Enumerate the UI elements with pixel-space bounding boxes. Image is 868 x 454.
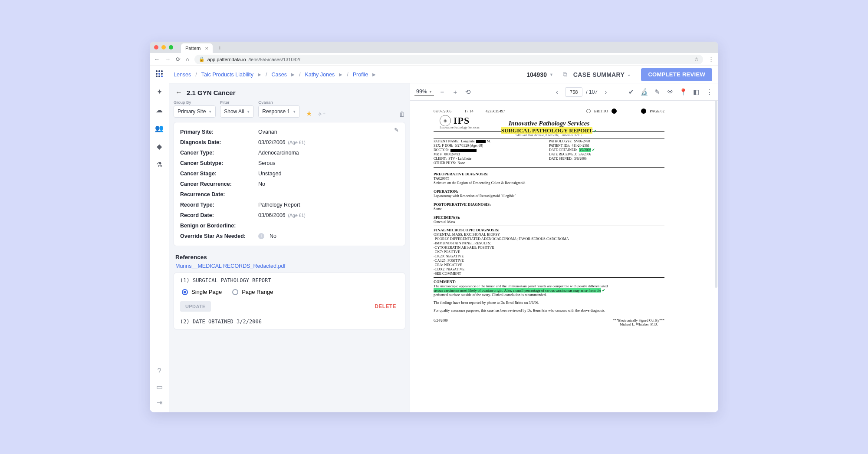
field-value: Pathology Report bbox=[258, 202, 300, 208]
main-area: Lenses / Talc Products Liability ▶ / Cas… bbox=[169, 66, 718, 412]
field-value: 03/02/2006(Age 61) bbox=[258, 139, 306, 145]
response-label: Ovarian bbox=[258, 100, 300, 105]
complete-review-button[interactable]: COMPLETE REVIEW bbox=[641, 68, 712, 81]
field-label: Primary Site: bbox=[180, 129, 258, 135]
app-body: ✦ ☁ 👥 ◆ ⚗ ? ▭ ⇥ Lenses / Talc Products L… bbox=[150, 66, 718, 412]
close-window-icon[interactable] bbox=[154, 45, 158, 49]
zoom-out-icon[interactable]: − bbox=[437, 88, 447, 95]
back-icon[interactable]: ← bbox=[154, 56, 160, 63]
reference-file-link[interactable]: Munns__MEDICAL RECORDS_Redacted.pdf bbox=[169, 263, 410, 273]
app-logo[interactable] bbox=[156, 70, 163, 77]
crumb-profile[interactable]: Profile bbox=[353, 72, 368, 78]
chevron-down-icon: ▼ bbox=[549, 72, 553, 77]
help-icon[interactable]: ? bbox=[155, 367, 163, 375]
lock-icon: 🔒 bbox=[199, 56, 205, 62]
breadcrumb: Lenses / Talc Products Liability ▶ / Cas… bbox=[174, 72, 376, 78]
home-icon[interactable]: ⌂ bbox=[186, 56, 189, 63]
case-summary-dropdown[interactable]: CASE SUMMARY ⌄ bbox=[573, 71, 631, 78]
star-icon[interactable]: ★ bbox=[306, 109, 312, 118]
microscope-icon[interactable]: 🔬 bbox=[639, 88, 649, 96]
url-field[interactable]: 🔒 app.patterndata.io/lens/555/cases/1310… bbox=[194, 55, 703, 64]
case-summary-label: CASE SUMMARY bbox=[573, 71, 625, 78]
star-bookmark-icon[interactable]: ☆ bbox=[694, 56, 699, 62]
field-label: Cancer Stage: bbox=[180, 171, 258, 177]
document-toolbar: 99% ▼ − + ⟲ ‹ 758 / 107 › ✔ 🔬 ✎ 👁 bbox=[410, 83, 718, 101]
back-arrow-icon[interactable]: ← bbox=[175, 89, 182, 96]
compass-icon[interactable]: ✦ bbox=[155, 88, 163, 95]
filter-dropdown[interactable]: Show All▼ bbox=[220, 105, 254, 118]
field-value: No bbox=[258, 181, 265, 187]
reference-item: (2) DATE OBTAINED 3/2/2006 bbox=[180, 319, 399, 325]
info-icon[interactable]: i bbox=[258, 233, 264, 239]
references-heading: References bbox=[169, 246, 410, 263]
scrollbar[interactable] bbox=[715, 101, 717, 288]
users-icon[interactable]: 👥 bbox=[155, 124, 163, 132]
zoom-in-icon[interactable]: + bbox=[450, 88, 460, 95]
details-card: ✎ Primary Site:Ovarian Diagnosis Date:03… bbox=[174, 122, 405, 246]
chevron-right-icon[interactable]: ▶ bbox=[339, 72, 342, 77]
next-page-icon[interactable]: › bbox=[601, 88, 611, 95]
split-pane: ← 2.1 GYN Cancer Group By Primary Site▼ … bbox=[169, 83, 718, 412]
reference-card: (1) SURGICAL PATHOLOGY REPORT Single Pag… bbox=[174, 273, 405, 329]
crumb-lens[interactable]: Talc Products Liability bbox=[201, 72, 253, 78]
field-label: Diagnosis Date: bbox=[180, 139, 258, 145]
nav-rail: ✦ ☁ 👥 ◆ ⚗ ? ▭ ⇥ bbox=[150, 66, 169, 412]
edit-icon[interactable]: ✎ bbox=[394, 127, 399, 133]
flask-icon[interactable]: ⚗ bbox=[155, 161, 163, 168]
url-host: app.patterndata.io bbox=[207, 57, 246, 62]
panel-icon[interactable]: ◧ bbox=[691, 88, 701, 96]
zoom-dropdown[interactable]: 99% ▼ bbox=[414, 88, 434, 96]
cloud-upload-icon[interactable]: ☁ bbox=[155, 106, 163, 114]
chevron-right-icon[interactable]: ▶ bbox=[258, 72, 261, 77]
pencil-icon[interactable]: ✎ bbox=[652, 88, 662, 96]
forward-icon[interactable]: → bbox=[165, 56, 171, 63]
prev-page-icon[interactable]: ‹ bbox=[552, 88, 562, 95]
field-value: 03/06/2006(Age 61) bbox=[258, 212, 306, 218]
sparkle-icon[interactable]: ✧⁺ bbox=[317, 111, 326, 118]
reload-icon[interactable]: ⟳ bbox=[176, 56, 181, 63]
field-value: iNo bbox=[258, 233, 276, 239]
crumb-person[interactable]: Kathy Jones bbox=[305, 72, 335, 78]
url-path: /lens/555/cases/131042/ bbox=[249, 57, 300, 62]
radio-single-page[interactable]: Single Page bbox=[182, 289, 222, 295]
field-value: Unstaged bbox=[258, 171, 282, 177]
group-by-dropdown[interactable]: Primary Site▼ bbox=[174, 105, 216, 118]
page-mode-radios: Single Page Page Range bbox=[180, 283, 399, 300]
minimize-window-icon[interactable] bbox=[161, 45, 166, 49]
radio-page-range[interactable]: Page Range bbox=[232, 289, 273, 295]
trash-icon[interactable]: 🗑 bbox=[399, 110, 405, 118]
left-panel: ← 2.1 GYN Cancer Group By Primary Site▼ … bbox=[169, 83, 410, 412]
field-label: Recurrence Date: bbox=[180, 191, 258, 197]
chevron-down-icon: ⌄ bbox=[627, 72, 631, 77]
check-circle-icon[interactable]: ✔ bbox=[626, 88, 636, 96]
chevron-right-icon[interactable]: ▶ bbox=[291, 72, 295, 77]
crumb-lenses[interactable]: Lenses bbox=[174, 72, 191, 78]
delete-button[interactable]: DELETE bbox=[372, 303, 399, 310]
rotate-icon[interactable]: ⟲ bbox=[464, 88, 473, 96]
response-dropdown[interactable]: Response 1▼ bbox=[258, 105, 300, 118]
record-id: 104930 bbox=[526, 71, 547, 78]
diamond-icon[interactable]: ◆ bbox=[155, 142, 163, 150]
browser-tab[interactable]: Pattern ✕ bbox=[181, 43, 213, 53]
close-tab-icon[interactable]: ✕ bbox=[205, 46, 208, 51]
update-button[interactable]: UPDATE bbox=[180, 301, 211, 312]
record-id-dropdown[interactable]: 104930 ▼ bbox=[526, 71, 553, 78]
field-label: Record Date: bbox=[180, 212, 258, 218]
new-tab-button[interactable]: + bbox=[215, 44, 224, 53]
eye-icon[interactable]: 👁 bbox=[665, 88, 675, 95]
document-viewport[interactable]: 03/07/2006 17:14 4235635497 BRITTO PAGE … bbox=[410, 101, 718, 412]
more-icon[interactable]: ⋮ bbox=[704, 88, 714, 96]
field-label: Record Type: bbox=[180, 202, 258, 208]
logout-icon[interactable]: ⇥ bbox=[155, 398, 163, 406]
copy-icon[interactable]: ⧉ bbox=[563, 71, 567, 78]
pin-icon[interactable]: 📍 bbox=[678, 88, 688, 96]
page-number-input[interactable]: 758 bbox=[565, 87, 582, 97]
tab-title: Pattern bbox=[185, 46, 201, 51]
chevron-right-icon[interactable]: ▶ bbox=[372, 72, 376, 77]
document-panel: 99% ▼ − + ⟲ ‹ 758 / 107 › ✔ 🔬 ✎ 👁 bbox=[410, 83, 718, 412]
document-page: 03/07/2006 17:14 4235635497 BRITTO PAGE … bbox=[427, 105, 671, 412]
book-icon[interactable]: ▭ bbox=[155, 383, 163, 391]
maximize-window-icon[interactable] bbox=[169, 45, 173, 49]
crumb-cases[interactable]: Cases bbox=[271, 72, 286, 78]
kebab-menu-icon[interactable]: ⋮ bbox=[708, 56, 714, 63]
